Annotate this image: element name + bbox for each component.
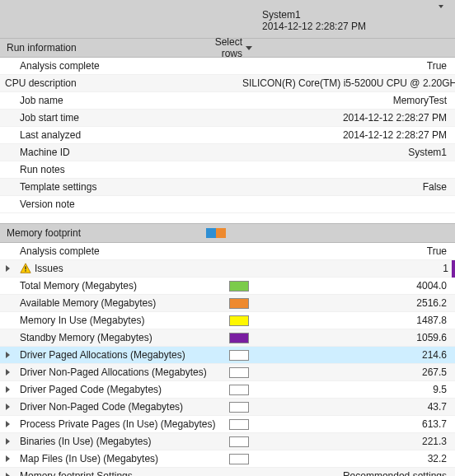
table-row[interactable]: Memory footprint SettingsRecommended set… <box>0 468 455 476</box>
section-title: Memory footprint <box>0 227 206 239</box>
row-value: SILICON(R) Core(TM) i5-5200U CPU @ 2.20G… <box>242 77 455 89</box>
row-label: Binaries (In Use) (Megabytes) <box>20 436 151 447</box>
row-label: Analysis complete <box>20 60 100 72</box>
row-label: Template settings <box>20 181 96 193</box>
table-row[interactable]: Binaries (In Use) (Megabytes)221.3 <box>0 433 455 450</box>
chevron-right-icon <box>6 455 10 464</box>
row-label: Memory In Use (Megabytes) <box>20 315 144 326</box>
legend-swatch <box>216 228 226 238</box>
expander[interactable] <box>0 385 15 394</box>
chevron-right-icon <box>6 368 10 377</box>
legend-swatch <box>229 281 249 292</box>
row-label: CPU description <box>5 77 77 89</box>
svg-rect-1 <box>25 266 26 269</box>
expander[interactable] <box>0 403 15 412</box>
table-row[interactable]: Issues1 <box>0 260 455 278</box>
table-row[interactable]: Memory In Use (Megabytes)1487.8 <box>0 312 455 329</box>
column-header: System1 2014-12-12 2:28:27 PM <box>0 0 455 38</box>
chevron-right-icon <box>6 264 10 273</box>
table-row[interactable]: Map Files (In Use) (Megabytes)32.2 <box>0 450 455 468</box>
table-row[interactable]: Standby Memory (Megabytes)1059.6 <box>0 329 455 347</box>
select-rows-button[interactable]: Select rows <box>206 36 256 59</box>
row-value: 1059.6 <box>257 332 455 343</box>
svg-rect-2 <box>25 270 26 271</box>
table-row[interactable]: Process Private Pages (In Use) (Megabyte… <box>0 416 455 433</box>
system-column-header[interactable]: System1 2014-12-12 2:28:27 PM <box>256 0 455 38</box>
table-row[interactable]: Available Memory (Megabytes)2516.2 <box>0 295 455 312</box>
chevron-right-icon <box>6 403 10 412</box>
table-row[interactable]: Driver Non-Paged Code (Megabytes)43.7 <box>0 399 455 416</box>
chevron-down-icon <box>246 46 252 50</box>
row-value: 1 <box>257 263 452 274</box>
table-row[interactable]: Job start time2014-12-12 2:28:27 PM <box>0 110 455 127</box>
expander[interactable] <box>0 437 15 446</box>
legend-swatch <box>229 402 249 413</box>
issue-flag <box>452 260 455 278</box>
legend-swatch <box>229 419 249 430</box>
row-label: Total Memory (Megabytes) <box>20 280 137 292</box>
table-row[interactable]: Driver Non-Paged Allocations (Megabytes)… <box>0 364 455 381</box>
row-label: Process Private Pages (In Use) (Megabyte… <box>20 418 215 430</box>
row-value: 2014-12-12 2:28:27 PM <box>257 129 455 141</box>
table-row[interactable]: Driver Paged Allocations (Megabytes)214.… <box>0 347 455 364</box>
row-value: 221.3 <box>257 436 455 447</box>
chevron-right-icon <box>6 351 10 360</box>
row-label: Run notes <box>20 164 65 175</box>
table-row[interactable]: Total Memory (Megabytes)4004.0 <box>0 278 455 295</box>
table-row[interactable]: Analysis completeTrue <box>0 243 455 260</box>
table-row[interactable]: Job nameMemoryTest <box>0 92 455 110</box>
legend-swatch <box>229 367 249 378</box>
table-row[interactable]: Analysis completeTrue <box>0 58 455 75</box>
row-value: 214.6 <box>257 349 455 361</box>
row-value: 2014-12-12 2:28:27 PM <box>257 112 455 124</box>
row-value: 267.5 <box>257 366 455 378</box>
expander[interactable] <box>0 264 15 273</box>
section-header-swatches <box>206 228 256 238</box>
row-label: Job name <box>20 95 63 106</box>
table-row[interactable]: Run notes <box>0 161 455 179</box>
expander[interactable] <box>0 420 15 429</box>
row-value: Recommended settings <box>257 470 455 476</box>
row-label: Last analyzed <box>20 129 81 141</box>
row-value: True <box>257 245 455 257</box>
chevron-right-icon <box>6 385 10 394</box>
table-row[interactable]: Version note <box>0 196 455 213</box>
row-value: System1 <box>257 147 455 158</box>
legend-swatch <box>229 436 249 447</box>
expander[interactable] <box>0 368 15 377</box>
warning-icon <box>20 263 31 274</box>
expander[interactable] <box>0 455 15 464</box>
row-value: 2516.2 <box>257 297 455 309</box>
expander[interactable] <box>0 351 15 360</box>
row-label: Driver Non-Paged Code (Megabytes) <box>20 401 183 413</box>
chevron-down-icon[interactable] <box>439 5 443 8</box>
row-label: Driver Paged Allocations (Megabytes) <box>20 349 185 361</box>
row-label: Standby Memory (Megabytes) <box>20 332 152 343</box>
row-label: Driver Non-Paged Allocations (Megabytes) <box>20 366 207 378</box>
legend-swatch <box>229 315 249 326</box>
row-label: Machine ID <box>20 147 70 158</box>
row-value: True <box>257 60 455 72</box>
row-value: MemoryTest <box>257 95 455 106</box>
row-label: Analysis complete <box>20 245 100 257</box>
table-row[interactable]: CPU descriptionSILICON(R) Core(TM) i5-52… <box>0 75 455 92</box>
row-value: 43.7 <box>257 401 455 413</box>
table-row[interactable]: Template settingsFalse <box>0 179 455 196</box>
table-row[interactable]: Machine IDSystem1 <box>0 144 455 161</box>
row-label: Memory footprint Settings <box>20 470 133 476</box>
section-header-memory-footprint[interactable]: Memory footprint <box>0 223 455 243</box>
row-label: Map Files (In Use) (Megabytes) <box>20 453 158 464</box>
legend-swatch <box>229 298 249 309</box>
table-row[interactable]: Driver Paged Code (Megabytes)9.5 <box>0 381 455 399</box>
row-value: False <box>257 181 455 193</box>
section-header-run-information[interactable]: Run information Select rows <box>0 38 455 58</box>
chevron-right-icon <box>6 420 10 429</box>
legend-swatch <box>229 385 249 395</box>
expander[interactable] <box>0 472 15 477</box>
legend-swatch <box>229 454 249 464</box>
row-value: 4004.0 <box>257 280 455 292</box>
table-row[interactable]: Last analyzed2014-12-12 2:28:27 PM <box>0 127 455 144</box>
run-information-rows: Analysis completeTrueCPU descriptionSILI… <box>0 58 455 213</box>
row-value: 9.5 <box>257 384 455 395</box>
row-label: Available Memory (Megabytes) <box>20 297 156 309</box>
